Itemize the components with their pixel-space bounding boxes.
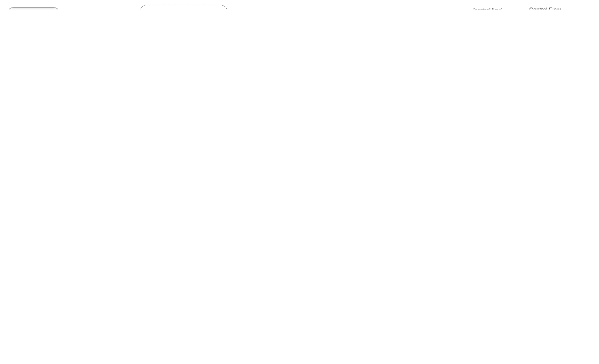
action-shape: Action [7,7,60,9]
expansion-region-shape [139,5,228,9]
cf-direct-label: Control Flow (Direct) [529,7,561,9]
cf-direct-text: [control flow] [473,7,503,9]
action-pill: Action [7,7,60,9]
